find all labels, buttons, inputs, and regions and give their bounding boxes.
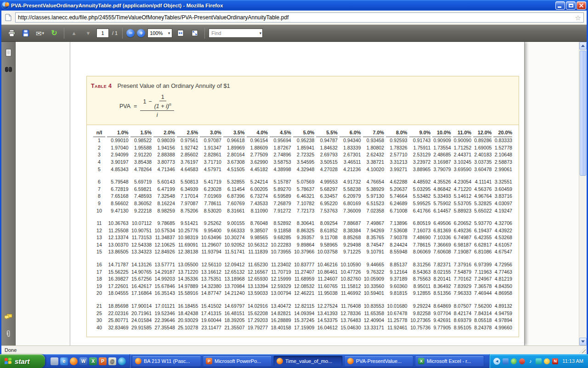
- task-label: Microsoft Excel - r...: [427, 358, 471, 364]
- zoom-in-button[interactable]: +: [137, 29, 145, 37]
- scrollbar-track[interactable]: [579, 50, 587, 338]
- find-box[interactable]: ▾: [209, 29, 263, 38]
- next-page-button[interactable]: ▼: [82, 27, 94, 39]
- value-cell: 10.47726: [339, 269, 361, 276]
- taskbar-button-powerpoint[interactable]: P Microsoft PowerPo...: [203, 356, 272, 367]
- hide-icons-chevron[interactable]: ◄: [493, 358, 500, 365]
- value-cell: 0.89286: [473, 137, 492, 144]
- security-shield-icon[interactable]: [519, 358, 525, 364]
- pdf-viewer[interactable]: Table 4 Present Value of an Ordinary Ann…: [16, 42, 579, 345]
- value-cell: 3.80773: [153, 159, 175, 166]
- word-icon[interactable]: W: [79, 357, 87, 365]
- refresh-icon: ↻: [51, 29, 57, 37]
- bookmarks-panel-button[interactable]: [3, 64, 13, 74]
- email-button[interactable]: ✉ ▾: [34, 27, 46, 39]
- value-cell: 8.55948: [386, 248, 407, 256]
- page-number-input[interactable]: [96, 29, 109, 38]
- scrollbar-thumb[interactable]: [580, 51, 586, 176]
- rate-column-header: 4.5%: [270, 129, 291, 137]
- value-cell: 14.71787: [107, 261, 129, 269]
- attachments-panel-button[interactable]: [3, 329, 13, 339]
- updates-icon[interactable]: [511, 358, 517, 364]
- value-cell: 12.38138: [177, 248, 198, 256]
- value-cell: 0.99010: [107, 137, 129, 144]
- value-cell: 27.35548: [153, 324, 175, 332]
- print-button[interactable]: [6, 27, 17, 39]
- quick-launch-bar: e W X P @: [50, 354, 130, 368]
- value-cell: 0.83333: [493, 137, 512, 144]
- comments-panel-button[interactable]: [3, 312, 13, 322]
- table-row: 2118.8569817.9001417.0112116.1845515.415…: [93, 303, 512, 310]
- value-cell: 7.37916: [453, 261, 471, 269]
- close-button[interactable]: [577, 1, 586, 10]
- pages-panel-button[interactable]: [3, 47, 13, 58]
- rate-column-header: 20.0%: [493, 129, 512, 137]
- messenger-icon[interactable]: [536, 358, 542, 364]
- value-cell: 10.75736: [409, 324, 431, 332]
- period-cell: 12: [93, 227, 105, 235]
- url-input[interactable]: [18, 14, 574, 21]
- norton-icon[interactable]: N: [552, 358, 558, 364]
- taskbar-button-ba213[interactable]: BA 213 W11 (Pasc...: [132, 356, 201, 367]
- minimize-button[interactable]: [555, 1, 565, 10]
- resize-grip[interactable]: [579, 347, 586, 353]
- value-cell: 5.33493: [432, 193, 451, 200]
- page-count-label: / 1: [112, 30, 118, 36]
- fit-page-button[interactable]: [189, 27, 201, 39]
- value-cell: 17.41315: [200, 310, 221, 317]
- scheduler-icon[interactable]: [544, 358, 550, 364]
- mail-icon[interactable]: @: [108, 357, 116, 365]
- scroll-up-arrow-icon: [581, 45, 585, 47]
- value-cell: 10.82760: [339, 276, 361, 283]
- network-icon[interactable]: [503, 358, 509, 364]
- taskbar-button-time-value[interactable]: Time_value_of_mo...: [273, 356, 343, 367]
- value-cell: 11.65230: [247, 261, 268, 269]
- value-cell: 6.47199: [153, 186, 175, 193]
- find-dropdown-caret[interactable]: ▾: [260, 31, 262, 35]
- save-button[interactable]: [20, 27, 32, 39]
- zoom-level-select[interactable]: 100% ▾: [147, 29, 172, 38]
- value-cell: 2.67301: [339, 151, 361, 159]
- value-cell: 4.43922: [493, 227, 512, 235]
- powerpoint-icon[interactable]: P: [99, 357, 107, 365]
- value-cell: 10.27365: [409, 317, 431, 324]
- firefox-quicklaunch-icon[interactable]: [70, 357, 78, 365]
- zoom-out-button[interactable]: −: [126, 29, 135, 37]
- title-bar[interactable]: PVA-PresentValueOrdinaryAnnuityTable.pdf…: [0, 0, 588, 11]
- show-desktop-icon[interactable]: [51, 357, 58, 365]
- value-cell: 4.21236: [339, 166, 361, 173]
- table-row: 21.970401.955881.941561.927421.913471.89…: [93, 144, 512, 152]
- refresh-button[interactable]: ↻: [48, 27, 60, 39]
- value-cell: 10.36763: [107, 220, 129, 227]
- value-cell: 8.64869: [432, 303, 451, 310]
- volume-icon[interactable]: ♪: [527, 358, 533, 364]
- windows-flag-icon: [5, 357, 12, 365]
- bookmark-star-icon[interactable]: ☆: [574, 14, 582, 21]
- maximize-button[interactable]: [566, 1, 576, 10]
- value-cell: 4.23054: [453, 178, 471, 186]
- value-cell: 13.13394: [247, 283, 268, 290]
- excel-icon[interactable]: X: [89, 357, 97, 365]
- value-cell: 4.45182: [247, 166, 268, 173]
- find-input[interactable]: [211, 30, 259, 36]
- vertical-scrollbar[interactable]: [579, 42, 587, 345]
- value-cell: 8.24378: [473, 324, 492, 332]
- value-cell: 0.92593: [386, 137, 407, 144]
- previous-page-button[interactable]: ▲: [68, 27, 80, 39]
- taskbar-button-pva[interactable]: PVA-PresentValue...: [344, 356, 413, 367]
- value-cell: 3.50515: [316, 159, 338, 166]
- start-button[interactable]: start: [0, 354, 45, 368]
- media-player-icon[interactable]: [118, 357, 126, 365]
- url-bar[interactable]: ☆: [15, 12, 584, 23]
- page-favicon-icon: [4, 13, 12, 22]
- value-cell: 11.23402: [270, 261, 291, 269]
- table-row: 43.901973.854383.807733.761973.717103.67…: [93, 159, 512, 166]
- internet-explorer-icon[interactable]: e: [60, 357, 68, 365]
- value-cell: 12.78336: [339, 310, 361, 317]
- scroll-down-button[interactable]: [579, 338, 587, 345]
- fit-width-button[interactable]: [175, 27, 187, 39]
- value-cell: 4.64583: [177, 166, 198, 173]
- table-row: 1513.8650513.3432312.8492612.3813811.937…: [93, 248, 512, 256]
- taskbar-button-excel[interactable]: X Microsoft Excel - r...: [415, 356, 484, 367]
- scroll-up-button[interactable]: [579, 42, 587, 50]
